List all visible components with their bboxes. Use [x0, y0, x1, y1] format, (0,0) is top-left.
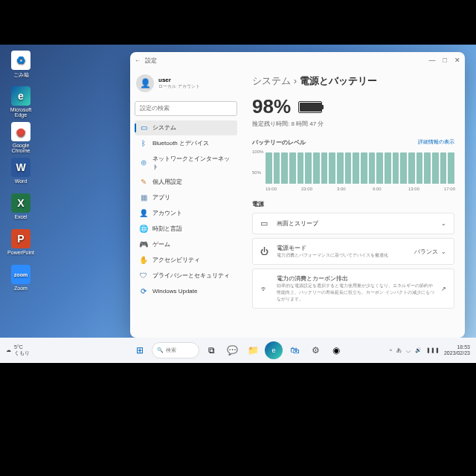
section-title: バッテリーのレベル [252, 138, 306, 147]
store-icon[interactable]: 🛍 [286, 341, 303, 359]
desktop-icon[interactable]: ◉Google Chrome [6, 122, 36, 153]
card-icon: ⏻ [260, 247, 271, 256]
chevron-icon: ⌄ [441, 220, 446, 227]
nav-icon: 🎮 [139, 240, 148, 249]
nav-label: ゲーム [152, 240, 170, 248]
page-title: 電源とバッテリー [300, 75, 377, 86]
desktop-icon[interactable]: WWord [6, 158, 36, 184]
desktop-icon[interactable]: PPowerPoint [6, 229, 36, 255]
volume-icon[interactable]: 🔊 [415, 347, 422, 353]
nav-item[interactable]: ▦アプリ [135, 190, 237, 205]
power-header: 電源 [252, 200, 454, 208]
desktop-icon[interactable]: zoomZoom [6, 265, 36, 291]
chart-bar [432, 152, 439, 184]
close-button[interactable]: ✕ [454, 57, 460, 64]
settings-taskbar-icon[interactable]: ⚙ [306, 341, 324, 359]
clock[interactable]: 18:53 2023/02/23 [444, 344, 470, 356]
weather-cond: くもり [14, 350, 30, 357]
chart-bar [281, 152, 288, 184]
nav-item[interactable]: ⊕ネットワークとインターネット [135, 152, 237, 174]
nav-item[interactable]: ▭システム [135, 120, 237, 135]
nav-item[interactable]: ✎個人用設定 [135, 175, 237, 190]
desktop-icon[interactable]: eMicrosoft Edge [6, 86, 36, 118]
nav-label: Windows Update [152, 288, 197, 295]
chart-bar [321, 152, 328, 184]
chart-bar [274, 152, 280, 184]
icon-label: ごみ箱 [6, 71, 36, 79]
chart-bar [305, 152, 312, 184]
chevron-icon: ⌄ [441, 248, 446, 255]
sidebar: 👤 user ローカル アカウント ▭システムᛒBluetooth とデバイス⊕… [130, 68, 242, 338]
chart-bar [385, 152, 391, 184]
desktop-icon[interactable]: ♻ごみ箱 [6, 51, 36, 79]
chat-icon[interactable]: 💬 [223, 341, 241, 359]
maximize-button[interactable]: □ [443, 57, 447, 64]
taskbar-search[interactable]: 🔍検索 [152, 342, 199, 358]
x-label: 13:00 [408, 187, 419, 191]
nav-icon: 👤 [139, 209, 148, 218]
card-icon: ᯤ [260, 284, 271, 293]
nav-icon: 🌐 [139, 225, 148, 234]
start-button[interactable]: ⊞ [131, 341, 149, 359]
nav-item[interactable]: ⟳Windows Update [135, 284, 237, 299]
chart-bar [416, 152, 423, 184]
nav-label: アクセシビリティ [152, 256, 200, 264]
title-bar: ← 設定 — □ ✕ [130, 52, 465, 68]
weather-temp: 5°C [14, 344, 30, 350]
taskbar-center: ⊞ 🔍検索 ⧉ 💬 📁 e 🛍 ⚙ ◉ [131, 341, 345, 359]
system-tray[interactable]: ^ あ ◡ 🔊 ❚❚❚ 18:53 2023/02/23 [390, 344, 470, 356]
settings-card[interactable]: ▭画面とスリープ⌄ [252, 213, 454, 234]
settings-card[interactable]: ᯤ電力の消費とカーボン排出効率的な電源設定を選択すると電力使用量が少なくなり、エ… [252, 268, 454, 309]
chart-bar [424, 152, 431, 184]
x-label: 9:00 [373, 187, 382, 191]
explorer-icon[interactable]: 📁 [244, 341, 262, 359]
user-account[interactable]: 👤 user ローカル アカウント [135, 71, 237, 95]
back-button[interactable]: ← [135, 57, 141, 64]
nav-item[interactable]: ✋アクセシビリティ [135, 253, 237, 268]
nav-item[interactable]: 👤アカウント [135, 206, 237, 221]
card-title: 画面とスリープ [277, 219, 435, 228]
nav-item[interactable]: ᛒBluetooth とデバイス [135, 136, 237, 151]
minimize-button[interactable]: — [429, 57, 436, 64]
search-input[interactable] [135, 101, 237, 116]
nav-item[interactable]: 🌐時刻と言語 [135, 222, 237, 237]
y-label-100: 100% [252, 149, 263, 154]
chrome-taskbar-icon[interactable]: ◉ [327, 341, 345, 359]
settings-card[interactable]: ⏻電源モード電力消費とパフォーマンスに基づいてデバイスを最適化バランス⌄ [252, 238, 454, 265]
main-content: システム › 電源とバッテリー 98% 推定残り時間: 8 時間 47 分 バッ… [242, 68, 465, 338]
x-label: 17:00 [444, 187, 455, 191]
nav-item[interactable]: 🎮ゲーム [135, 237, 237, 252]
chevron-icon: ↗ [441, 286, 446, 292]
chart-bar [266, 152, 272, 184]
card-icon: ▭ [260, 219, 271, 228]
chart-bar [369, 152, 376, 184]
card-title: 電源モード [277, 244, 408, 252]
edge-icon[interactable]: e [265, 341, 283, 359]
tray-battery-icon[interactable]: ❚❚❚ [426, 347, 440, 353]
nav-list: ▭システムᛒBluetooth とデバイス⊕ネットワークとインターネット✎個人用… [135, 120, 237, 299]
breadcrumb-sep: › [294, 75, 297, 86]
task-view-icon[interactable]: ⧉ [202, 341, 220, 359]
battery-icon [298, 101, 322, 113]
breadcrumb-parent[interactable]: システム [252, 75, 291, 86]
battery-percent: 98% [252, 95, 291, 118]
nav-icon: ▭ [139, 123, 148, 132]
card-title: 電力の消費とカーボン排出 [277, 274, 435, 283]
nav-item[interactable]: 🛡プライバシーとセキュリティ [135, 268, 237, 283]
nav-icon: 🛡 [139, 271, 148, 280]
nav-label: 時刻と言語 [152, 225, 182, 233]
window-title: 設定 [145, 57, 157, 65]
taskbar: ☁ 5°C くもり ⊞ 🔍検索 ⧉ 💬 📁 e 🛍 ⚙ ◉ ^ あ ◡ 🔊 ❚❚… [0, 338, 476, 363]
y-label-50: 50% [252, 170, 261, 175]
user-type: ローカル アカウント [158, 83, 200, 90]
wifi-icon[interactable]: ◡ [406, 347, 411, 353]
nav-icon: ⊕ [139, 158, 148, 167]
icon-label: Microsoft Edge [6, 107, 36, 118]
desktop-icon[interactable]: XExcel [6, 193, 36, 219]
chart-bar [400, 152, 407, 184]
weather-widget[interactable]: ☁ 5°C くもり [6, 344, 30, 357]
detail-link[interactable]: 詳細情報の表示 [418, 138, 454, 147]
tray-chevron-icon[interactable]: ^ [390, 348, 392, 353]
chart-bar [345, 152, 352, 184]
input-icon[interactable]: あ [396, 347, 402, 354]
